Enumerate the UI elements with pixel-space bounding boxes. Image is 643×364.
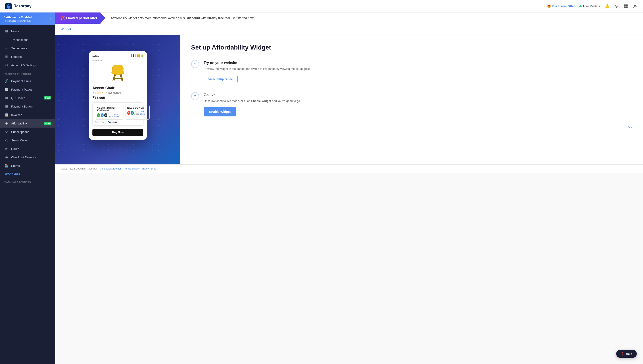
back-arrow-icon: ← <box>621 125 624 129</box>
footer-privacy[interactable]: Privacy Policy <box>141 167 156 170</box>
step-2-content: Go live! Once switched to live mode, cli… <box>204 92 632 116</box>
page-footer: © 2017-2023 Copyright Razorpay · Merchan… <box>55 164 643 173</box>
show-less-button[interactable]: SHOW LESS <box>0 170 55 178</box>
emi-badge-g: G <box>97 113 100 117</box>
activity-icon[interactable] <box>614 4 619 9</box>
setup-title: Set up Affordability Widget <box>191 44 632 51</box>
sidebar-item-smart-collect[interactable]: ◎ Smart Collect <box>0 136 55 144</box>
tab-widget-label: Widget <box>61 28 71 31</box>
back-button[interactable]: ← Back <box>621 125 632 129</box>
savings-option: Save up to ₹500 ✕ ◎ & more View offers <box>125 105 150 120</box>
sidebar: Settlements Enabled Personalise your Acc… <box>0 12 55 364</box>
affordability-widget-card: No cost EMI from ₹767/month G B ✕ & more… <box>92 102 143 126</box>
settlements-icon: ✓ <box>5 46 9 50</box>
step-2-title: Go live! <box>204 93 632 97</box>
reports-icon: ▦ <box>5 55 9 59</box>
exclusive-offer-label: Exclusive Offer <box>552 4 575 8</box>
sidebar-reports-label: Reports <box>11 55 22 58</box>
product-image <box>92 63 143 84</box>
view-setup-guide-button[interactable]: View Setup Guide <box>204 75 237 83</box>
sidebar-item-subscriptions[interactable]: ↺ Subscriptions <box>0 128 55 136</box>
offer-highlight2: 30-day free <box>207 16 224 20</box>
settings-icon: ⚙ <box>5 63 9 67</box>
enable-widget-button[interactable]: Enable Widget <box>204 107 236 116</box>
sidebar-item-qr-codes[interactable]: ⊞ QR Codes NEW <box>0 94 55 102</box>
savings-more: & more <box>134 111 139 115</box>
route-icon: ⊳ <box>5 147 9 151</box>
sidebar-invoices-label: Invoices <box>11 113 22 117</box>
payment-links-icon: 🔗 <box>5 79 9 83</box>
sidebar-item-settlements[interactable]: ✓ Settlements <box>0 44 55 52</box>
razorpay-logo-icon <box>5 3 12 9</box>
sidebar-smart-collect-label: Smart Collect <box>11 139 29 142</box>
sidebar-stores-label: Stores <box>11 164 20 168</box>
sidebar-item-affordability[interactable]: ◈ Affordability NEW <box>0 119 55 128</box>
back-label: Back <box>625 125 632 129</box>
sidebar-item-checkout-rewards[interactable]: ⊕ Checkout Rewards <box>0 153 55 162</box>
offer-badge-text: 🎉 Limited period offer <box>61 16 97 20</box>
stars: ★★★★★ <box>92 92 104 94</box>
live-dot-icon <box>579 5 582 7</box>
tab-widget[interactable]: Widget <box>61 24 71 35</box>
payment-pages-icon: 📄 <box>5 88 9 92</box>
banking-products-label: BANKING PRODUCTS <box>0 178 55 185</box>
exclusive-offer-btn[interactable]: 🎁 Exclusive Offer <box>547 4 575 8</box>
svg-rect-2 <box>626 4 627 6</box>
subscriptions-icon: ↺ <box>5 130 9 134</box>
apps-icon[interactable] <box>623 4 628 9</box>
sidebar-payment-pages-label: Payment Pages <box>11 88 32 91</box>
sidebar-item-payment-pages[interactable]: 📄 Payment Pages <box>0 85 55 94</box>
buy-now-button[interactable]: Buy Now <box>92 129 143 136</box>
profile-icon[interactable] <box>633 4 638 9</box>
razorpay-logo[interactable]: Razorpay <box>5 3 32 9</box>
step-2-desc-before: Once switched to live mode, click on <box>204 99 251 102</box>
banner-arrow-icon: → <box>48 16 52 21</box>
sidebar-item-payment-button[interactable]: ⊡ Payment Button <box>0 102 55 111</box>
sidebar-item-payment-links[interactable]: 🔗 Payment Links <box>0 77 55 85</box>
step-2-desc-after: and you're good to go <box>271 99 300 102</box>
logo-text: Razorpay <box>14 4 32 8</box>
footer-merchant-agreement[interactable]: Merchant Agreement <box>99 167 122 170</box>
sidebar-banner-content: Settlements Enabled Personalise your Acc… <box>4 16 32 22</box>
sidebar-item-transactions[interactable]: ↔ Transactions <box>0 36 55 44</box>
product-name: Accent Chair <box>92 86 143 90</box>
notification-icon[interactable]: 🔔 <box>605 4 609 9</box>
step-2-circle: 2 <box>191 92 199 100</box>
savings-view-link[interactable]: View offers <box>140 111 148 115</box>
live-mode-label: Live Mode <box>583 4 597 8</box>
navbar-left: Razorpay <box>5 3 32 9</box>
step-2-desc-highlight: Enable Widget <box>251 99 271 102</box>
sidebar-item-home[interactable]: ⊞ Home <box>0 27 55 36</box>
emi-view-link[interactable]: View plans <box>114 113 121 118</box>
sidebar-item-stores[interactable]: 🏪 Stores <box>0 162 55 170</box>
navbar-right: 🎁 Exclusive Offer Live Mode ▾ 🔔 <box>547 4 638 9</box>
step-1: 1 Try on your website Preview the widget… <box>191 60 632 83</box>
payment-button-icon: ⊡ <box>5 104 9 108</box>
offer-badge[interactable]: 🎉 Limited period offer <box>55 12 105 24</box>
gift-icon: 🎁 <box>547 4 551 8</box>
offer-text-mid: with <box>200 16 207 20</box>
offer-text-before: Affordability widget gets more affordabl… <box>111 16 178 20</box>
emi-option: No cost EMI from ₹767/month G B ✕ & more… <box>95 105 123 120</box>
sidebar-item-invoices[interactable]: 📋 Invoices <box>0 111 55 119</box>
live-mode-toggle[interactable]: Live Mode ▾ <box>579 4 600 8</box>
footer-terms[interactable]: Terms of Use <box>124 167 139 170</box>
savings-icons: ✕ ◎ & more View offers <box>127 111 148 115</box>
main-layout: Settlements Enabled Personalise your Acc… <box>0 12 643 364</box>
sidebar-transactions-label: Transactions <box>11 38 28 42</box>
sidebar-item-reports[interactable]: ▦ Reports <box>0 52 55 61</box>
footer-sep3: · <box>157 167 157 170</box>
sidebar-checkout-rewards-label: Checkout Rewards <box>11 156 37 159</box>
sidebar-item-account-settings[interactable]: ⚙ Account & Settings <box>0 61 55 69</box>
emi-badge-x: ✕ <box>104 113 107 117</box>
phone-status-bar: 10:01 ▌▌▌ 📶 🔋 <box>92 54 143 57</box>
sidebar-item-route[interactable]: ⊳ Route <box>0 144 55 153</box>
help-button[interactable]: ❓ Help <box>616 350 637 358</box>
home-icon: ⊞ <box>5 29 9 33</box>
secured-by-row: Secured by ⚡ Razorpay <box>95 121 141 123</box>
step-2-desc: Once switched to live mode, click on Ena… <box>204 99 632 104</box>
sidebar-qr-codes-label: QR Codes <box>11 96 25 100</box>
sidebar-banner[interactable]: Settlements Enabled Personalise your Acc… <box>0 12 55 25</box>
offer-text-after: trial. Get started now! <box>224 16 254 20</box>
step-2-connector: 2 <box>191 92 199 100</box>
